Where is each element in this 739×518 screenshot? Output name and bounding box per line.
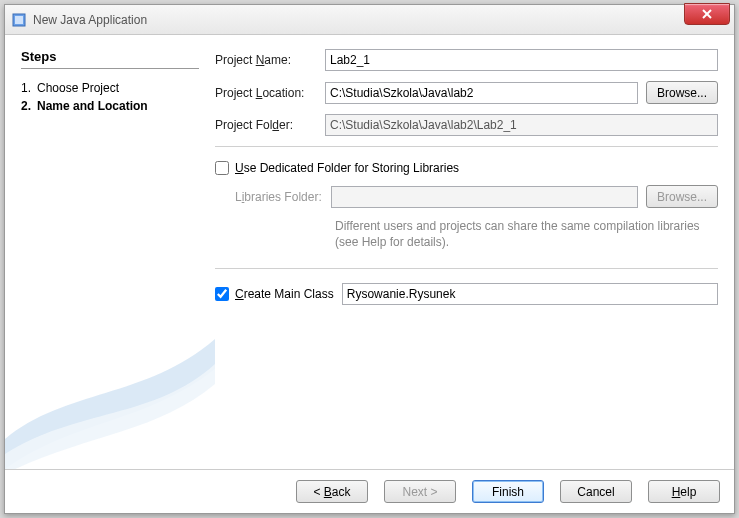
label-create-main-class: Create Main Class xyxy=(235,287,334,301)
step-choose-project: 1.Choose Project xyxy=(21,79,199,97)
back-button[interactable]: < Back xyxy=(296,480,368,503)
project-location-input[interactable] xyxy=(325,82,638,104)
finish-button[interactable]: Finish xyxy=(472,480,544,503)
button-bar: < Back Next > Finish Cancel Help xyxy=(5,469,734,513)
row-create-main-class: Create Main Class xyxy=(215,283,718,305)
dedicated-folder-checkbox[interactable] xyxy=(215,161,229,175)
libraries-folder-input xyxy=(331,186,638,208)
row-libraries-folder: Libraries Folder: Browse... xyxy=(235,185,718,208)
label-project-name: Project Name: xyxy=(215,53,325,67)
libraries-hint: Different users and projects can share t… xyxy=(335,218,718,250)
label-dedicated-folder: Use Dedicated Folder for Storing Librari… xyxy=(235,161,459,175)
window-title: New Java Application xyxy=(33,13,147,27)
browse-libraries-button: Browse... xyxy=(646,185,718,208)
row-project-name: Project Name: xyxy=(215,49,718,71)
decorative-swoosh xyxy=(5,329,215,469)
cancel-button[interactable]: Cancel xyxy=(560,480,632,503)
dialog-body: Steps 1.Choose Project 2.Name and Locati… xyxy=(5,35,734,469)
dialog: New Java Application Steps 1.Choose Proj… xyxy=(4,4,735,514)
titlebar: New Java Application xyxy=(5,5,734,35)
steps-heading: Steps xyxy=(21,49,199,69)
app-icon xyxy=(11,12,27,28)
row-project-folder: Project Folder: xyxy=(215,114,718,136)
project-name-input[interactable] xyxy=(325,49,718,71)
project-folder-input xyxy=(325,114,718,136)
separator-2 xyxy=(215,268,718,269)
label-project-location: Project Location: xyxy=(215,86,325,100)
svg-rect-1 xyxy=(15,16,23,24)
label-libraries-folder: Libraries Folder: xyxy=(235,190,331,204)
row-dedicated-folder: Use Dedicated Folder for Storing Librari… xyxy=(215,161,718,175)
close-button[interactable] xyxy=(684,3,730,25)
row-project-location: Project Location: Browse... xyxy=(215,81,718,104)
steps-panel: Steps 1.Choose Project 2.Name and Locati… xyxy=(15,45,205,459)
help-button[interactable]: Help xyxy=(648,480,720,503)
step-name-and-location: 2.Name and Location xyxy=(21,97,199,115)
form-panel: document.currentScript.previousElementSi… xyxy=(205,45,724,459)
separator xyxy=(215,146,718,147)
next-button: Next > xyxy=(384,480,456,503)
steps-list: 1.Choose Project 2.Name and Location xyxy=(21,79,199,115)
label-project-folder: Project Folder: xyxy=(215,118,325,132)
browse-location-button[interactable]: Browse... xyxy=(646,81,718,104)
create-main-class-checkbox[interactable] xyxy=(215,287,229,301)
main-class-input[interactable] xyxy=(342,283,718,305)
